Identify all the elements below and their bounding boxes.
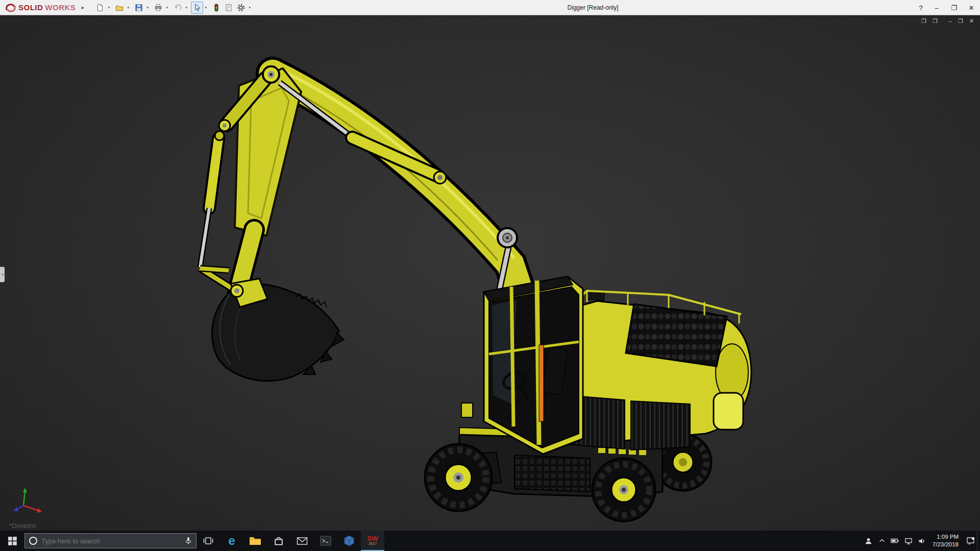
battery-icon xyxy=(891,537,899,544)
doc-minimize-button[interactable]: – xyxy=(949,18,952,24)
orientation-triad xyxy=(13,488,42,513)
search-input[interactable] xyxy=(41,537,181,545)
microphone-icon[interactable] xyxy=(185,537,192,545)
save-floppy-icon xyxy=(135,4,143,12)
front-right-wheel xyxy=(592,458,655,521)
edrawings-cube-icon xyxy=(344,535,355,546)
doc-tile-icon[interactable]: ❐ xyxy=(933,18,938,24)
new-document-icon xyxy=(96,4,104,12)
open-folder-icon xyxy=(115,4,124,12)
app-mail[interactable] xyxy=(290,531,314,551)
store-bag-icon xyxy=(274,536,284,546)
tray-volume-button[interactable] xyxy=(915,531,928,551)
dropdown-caret-icon[interactable]: ▾ xyxy=(145,6,150,10)
print-icon xyxy=(154,4,162,12)
logo-text-solid: SOLID xyxy=(18,3,43,12)
solidworks-badge-mark: SW xyxy=(368,536,378,542)
start-button[interactable] xyxy=(0,531,24,551)
doc-cascade-icon[interactable]: ❐ xyxy=(921,18,926,24)
dropdown-caret-icon[interactable]: ▾ xyxy=(106,6,111,10)
new-document-button[interactable] xyxy=(94,2,106,14)
rebuild-stoplight-icon xyxy=(212,4,220,12)
mail-envelope-icon xyxy=(297,537,308,545)
cursor-arrow-icon xyxy=(193,4,201,12)
dropdown-caret-icon[interactable]: ▾ xyxy=(247,6,252,10)
help-button[interactable]: ? xyxy=(914,0,928,15)
app-solidworks[interactable]: SW 2017 xyxy=(361,531,384,551)
tray-battery-button[interactable] xyxy=(889,531,902,551)
action-center-icon xyxy=(966,537,975,545)
doc-restore-button[interactable]: ❐ xyxy=(958,18,963,24)
titlebar: SOLIDWORKS ▸ ▾ ▾ ▾ xyxy=(0,0,980,15)
app-edrawings[interactable] xyxy=(337,531,361,551)
select-tool-button[interactable] xyxy=(191,2,203,14)
collapsed-panel-tab[interactable]: ◂ xyxy=(0,267,5,282)
close-button[interactable]: ✕ xyxy=(963,0,980,15)
dropdown-caret-icon[interactable]: ▾ xyxy=(126,6,131,10)
save-button[interactable] xyxy=(133,2,145,14)
user-icon xyxy=(865,537,872,545)
solidworks-logo: SOLIDWORKS xyxy=(0,0,79,15)
file-explorer-icon xyxy=(249,536,261,546)
front-left-wheel xyxy=(425,444,492,511)
minimize-button[interactable]: – xyxy=(928,0,945,15)
windows-logo-icon xyxy=(8,537,17,545)
solidworks-app-icon: SW 2017 xyxy=(365,533,380,548)
windows-taskbar: e SW 2017 xyxy=(0,531,980,551)
operator-cab xyxy=(461,277,583,454)
rebuild-button[interactable] xyxy=(210,2,223,14)
window-title: Digger [Read-only] xyxy=(568,0,619,15)
document-window-controls: ❐ ❐ – ❐ ✕ xyxy=(921,18,974,24)
clock-date: 7/23/2018 xyxy=(933,541,959,548)
system-tray: 1:09 PM 7/23/2018 xyxy=(862,531,980,551)
dassault-swirl-icon xyxy=(5,3,16,13)
file-properties-button[interactable] xyxy=(223,2,235,14)
taskbar-search[interactable] xyxy=(24,533,197,548)
excavator-dipper-arm xyxy=(219,66,301,292)
excavator-bucket xyxy=(212,279,344,381)
undo-button[interactable] xyxy=(172,2,184,14)
options-button[interactable] xyxy=(235,2,247,14)
chevron-up-icon xyxy=(878,537,886,544)
task-view-button[interactable] xyxy=(197,531,220,551)
clock-time: 1:09 PM xyxy=(933,533,959,541)
edge-icon: e xyxy=(228,535,235,547)
menu-flyout-arrow[interactable]: ▸ xyxy=(79,2,87,14)
cortana-icon xyxy=(29,537,37,545)
app-store[interactable] xyxy=(267,531,290,551)
graphics-viewport[interactable]: ❐ ❐ – ❐ ✕ ◂ xyxy=(0,15,980,531)
logo-text-works: WORKS xyxy=(45,3,76,12)
3d-model-excavator[interactable] xyxy=(0,15,980,531)
engine-housing xyxy=(560,291,751,450)
solidworks-badge-year: 2017 xyxy=(369,542,377,546)
tray-user-button[interactable] xyxy=(862,531,875,551)
dropdown-caret-icon[interactable]: ▾ xyxy=(203,6,208,10)
tray-network-button[interactable] xyxy=(902,531,915,551)
taskbar-clock[interactable]: 1:09 PM 7/23/2018 xyxy=(928,533,964,548)
volume-icon xyxy=(918,537,926,545)
app-console[interactable] xyxy=(314,531,337,551)
console-window-icon xyxy=(320,536,331,546)
undo-arrow-icon xyxy=(174,4,182,12)
dropdown-caret-icon[interactable]: ▾ xyxy=(164,6,169,10)
network-icon xyxy=(904,537,913,545)
view-orientation-label: *Dimetric xyxy=(9,522,36,530)
show-desktop-button[interactable] xyxy=(977,531,980,551)
maximize-button[interactable]: ❐ xyxy=(945,0,963,15)
tray-overflow-button[interactable] xyxy=(875,531,889,551)
open-button[interactable] xyxy=(113,2,126,14)
app-edge[interactable]: e xyxy=(220,531,243,551)
action-center-button[interactable] xyxy=(964,531,977,551)
dropdown-caret-icon[interactable]: ▾ xyxy=(184,6,189,10)
task-view-icon xyxy=(203,536,213,545)
doc-close-button[interactable]: ✕ xyxy=(969,18,974,24)
file-properties-icon xyxy=(225,4,233,12)
app-file-explorer[interactable] xyxy=(243,531,267,551)
window-controls: ? – ❐ ✕ xyxy=(914,0,980,15)
main-toolbar: ▾ ▾ ▾ ▾ ▾ xyxy=(94,0,254,15)
options-gear-icon xyxy=(237,4,245,12)
print-button[interactable] xyxy=(152,2,164,14)
